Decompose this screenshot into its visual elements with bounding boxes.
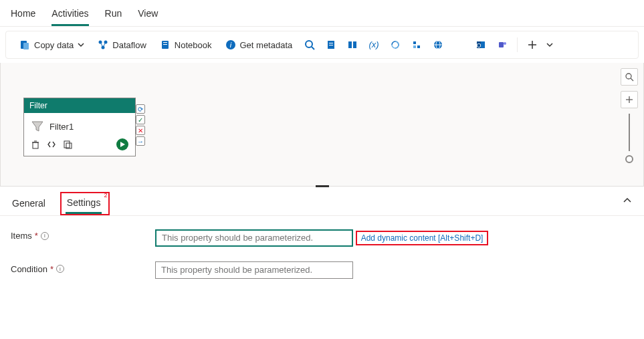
svg-rect-31 (33, 142, 38, 148)
info-icon[interactable]: i (41, 232, 49, 240)
svg-point-28 (504, 42, 506, 45)
info-icon: i (225, 39, 236, 50)
canvas-side-controls (621, 68, 638, 163)
code-icon[interactable] (47, 140, 56, 149)
activities-toolbar: Copy data Dataflow Notebook i Get metada… (5, 31, 639, 59)
svg-line-37 (631, 78, 633, 81)
svg-rect-27 (499, 42, 504, 47)
copy-icon[interactable] (63, 140, 72, 149)
teams-icon[interactable] (493, 35, 512, 54)
node-output-ports: ⟳ ✓ ✕ → (136, 104, 145, 146)
svg-text:O: O (477, 42, 481, 49)
filter-activity-node[interactable]: Filter Filter1 (23, 98, 136, 156)
panel-tab-general[interactable]: General (11, 195, 47, 215)
add-activity-button[interactable] (523, 35, 542, 54)
properties-panel-tabs: General Settings 2 (0, 188, 644, 216)
info-icon[interactable]: i (56, 265, 64, 273)
svg-point-10 (306, 41, 312, 47)
svg-rect-14 (329, 45, 333, 45)
svg-rect-13 (329, 43, 333, 43)
add-dropdown-icon[interactable] (544, 35, 555, 54)
svg-text:(x): (x) (369, 39, 379, 49)
stored-proc-icon[interactable] (343, 35, 362, 54)
port-skip-icon[interactable]: → (136, 136, 145, 146)
top-tabs: Home Activities Run View (0, 0, 644, 27)
notebook-button[interactable]: Notebook (154, 37, 217, 53)
functions-icon[interactable] (450, 35, 469, 54)
zoom-slider[interactable] (629, 114, 630, 151)
svg-rect-34 (64, 141, 70, 148)
run-icon[interactable] (116, 138, 128, 150)
notebook-icon (160, 39, 171, 50)
svg-point-36 (626, 74, 631, 79)
notebook-label: Notebook (175, 40, 212, 50)
svg-rect-15 (348, 41, 352, 48)
outlook-icon[interactable]: O (471, 35, 490, 54)
dataflow-label: Dataflow (112, 40, 146, 50)
tab-activities[interactable]: Activities (51, 5, 88, 26)
condition-label: Condition * i (11, 261, 155, 274)
collapse-panel-icon[interactable] (623, 196, 632, 205)
tab-run[interactable]: Run (105, 5, 122, 26)
delete-icon[interactable] (31, 140, 40, 149)
zoom-slider-thumb[interactable] (625, 155, 633, 163)
svg-rect-16 (353, 41, 356, 48)
web-icon[interactable] (429, 35, 447, 54)
filter-node-type: Filter (24, 98, 135, 113)
settings-form: Items * i Add dynamic content [Alt+Shift… (0, 216, 644, 306)
items-label: Items * i (11, 228, 155, 241)
port-success-icon[interactable]: ✓ (136, 115, 145, 124)
panel-tab-settings[interactable]: Settings (66, 195, 102, 214)
lookup-icon[interactable] (300, 35, 319, 54)
svg-rect-20 (413, 45, 416, 48)
variable-icon[interactable]: (x) (364, 35, 383, 54)
settings-error-badge: 2 (104, 192, 107, 199)
get-metadata-label: Get metadata (240, 40, 293, 50)
filter-node-name: Filter1 (49, 122, 74, 132)
chevron-down-icon (78, 41, 84, 48)
svg-rect-7 (163, 44, 167, 45)
dataflow-icon (98, 39, 108, 50)
copy-data-button[interactable]: Copy data (14, 37, 90, 53)
port-fail-icon[interactable]: ✕ (136, 126, 145, 135)
if-icon[interactable] (407, 35, 426, 54)
copy-data-icon (19, 39, 30, 50)
panel-tab-settings-highlight: Settings 2 (60, 192, 110, 215)
svg-line-11 (312, 47, 314, 49)
toolbar-divider (517, 37, 518, 52)
dataflow-button[interactable]: Dataflow (92, 37, 152, 53)
svg-rect-18 (413, 41, 416, 44)
svg-rect-1 (23, 43, 29, 49)
pipeline-canvas[interactable]: Filter Filter1 ⟳ ✓ ✕ → (0, 63, 644, 187)
add-dynamic-content-link[interactable]: Add dynamic content [Alt+Shift+D] (356, 231, 489, 245)
script-icon[interactable] (322, 35, 340, 54)
canvas-search-icon[interactable] (621, 68, 638, 86)
port-activity-icon[interactable]: ⟳ (136, 104, 145, 114)
foreach-icon[interactable] (386, 35, 405, 54)
svg-rect-6 (163, 42, 167, 43)
condition-input[interactable] (155, 261, 353, 279)
copy-data-label: Copy data (34, 40, 74, 50)
tab-view[interactable]: View (138, 5, 158, 26)
funnel-icon (31, 120, 44, 133)
required-mark: * (50, 264, 53, 274)
items-input[interactable] (155, 229, 353, 247)
svg-rect-19 (417, 45, 420, 48)
zoom-in-icon[interactable] (621, 91, 638, 108)
required-mark: * (35, 231, 38, 241)
tab-home[interactable]: Home (11, 5, 35, 26)
get-metadata-button[interactable]: i Get metadata (220, 37, 298, 53)
